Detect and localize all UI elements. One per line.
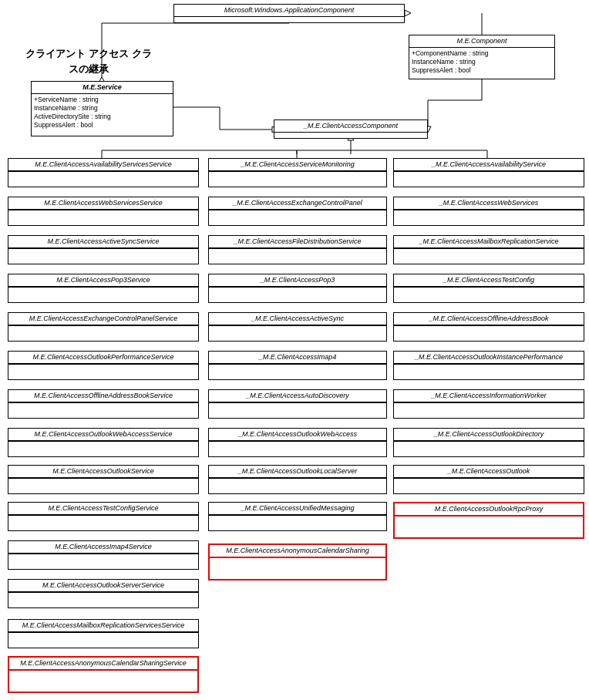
c2r3-box: _M.E.ClientAccessFileDistributionService <box>208 235 387 264</box>
diagram-title: クライアント アクセス クラスの継承 <box>23 46 154 76</box>
c2r11-box: M.E.ClientAccessAnonymousCalendarSharing <box>208 544 387 581</box>
c1r11-box: M.E.ClientAccessImap4Service <box>8 540 199 570</box>
c3r2-box: _M.E.ClientAccessWebServices <box>393 197 584 226</box>
c2r7-box: _M.E.ClientAccessAutoDiscovery <box>208 389 387 419</box>
c2r1-box: _M.E.ClientAccessServiceMonitoring <box>208 158 387 187</box>
c1r10-box: M.E.ClientAccessTestConfigService <box>8 502 199 531</box>
c3r10-box: M.E.ClientAccessOutlookRpcProxy <box>393 502 584 539</box>
c3r4-box: _M.E.ClientAccessTestConfig <box>393 274 584 303</box>
c3r7-box: _M.E.ClientAccessInformationWorker <box>393 389 584 419</box>
c3r6-box: _M.E.ClientAccessOutlookInstancePerforma… <box>393 351 584 380</box>
c1r12-box: M.E.ClientAccessOutlookServerService <box>8 579 199 608</box>
c1r8-box: M.E.ClientAccessOutlookWebAccessService <box>8 428 199 457</box>
c2r8-box: _M.E.ClientAccessOutlookWebAccess <box>208 428 387 457</box>
me-client-access-component-box: _M.E.ClientAccessComponent <box>274 119 428 139</box>
c1r2-box: M.E.ClientAccessWebServicesService <box>8 197 199 226</box>
app-component-box: Microsoft.Windows.ApplicationComponent <box>173 4 405 23</box>
c2r2-box: _M.E.ClientAccessExchangeControlPanel <box>208 197 387 226</box>
c1r6-box: M.E.ClientAccessOutlookPerformanceServic… <box>8 351 199 380</box>
c3r8-box: _M.E.ClientAccessOutlookDirectory <box>393 428 584 457</box>
c3r1-box: _M.E.ClientAccessAvailabilityService <box>393 158 584 187</box>
me-service-box: M.E.Service +ServiceName : stringInstanc… <box>31 81 173 136</box>
c3r3-box: _M.E.ClientAccessMailboxReplicationServi… <box>393 235 584 264</box>
me-service-label: M.E.Service <box>32 82 173 94</box>
c1r4-box: M.E.ClientAccessPop3Service <box>8 274 199 303</box>
app-component-label: Microsoft.Windows.ApplicationComponent <box>174 5 404 17</box>
me-component-box: M.E.Component +ComponentName : stringIns… <box>409 35 555 79</box>
svg-marker-2 <box>405 10 411 16</box>
diagram-container: クライアント アクセス クラスの継承 <box>0 0 589 700</box>
c1r5-box: M.E.ClientAccessExchangeControlPanelServ… <box>8 312 199 342</box>
c3r9-box: _M.E.ClientAccessOutlook <box>393 465 584 494</box>
me-component-attrs: +ComponentName : stringInstanceName : st… <box>409 48 554 76</box>
c1r1-box: M.E.ClientAccessAvailabilityServicesServ… <box>8 158 199 187</box>
me-client-access-component-label: _M.E.ClientAccessComponent <box>274 120 427 133</box>
c3r5-box: _M.E.ClientAccessOfflineAddressBook <box>393 312 584 342</box>
c2r6-box: _M.E.ClientAccessImap4 <box>208 351 387 380</box>
me-component-label: M.E.Component <box>409 35 554 48</box>
c2r4-box: _M.E.ClientAccessPop3 <box>208 274 387 303</box>
c1r7-box: M.E.ClientAccessOfflineAddressBookServic… <box>8 389 199 419</box>
c1r13-box: M.E.ClientAccessMailboxReplicationServic… <box>8 619 199 648</box>
me-service-attrs: +ServiceName : stringInstanceName : stri… <box>32 94 173 131</box>
c1r3-box: M.E.ClientAccessActiveSyncService <box>8 235 199 264</box>
c2r10-box: _M.E.ClientAccessUnifiedMessaging <box>208 502 387 531</box>
c2r9-box: _M.E.ClientAccessOutlookLocalServer <box>208 465 387 494</box>
c1r9-box: M.E.ClientAccessOutlookService <box>8 465 199 494</box>
c1r14-box: M.E.ClientAccessAnonymousCalendarSharing… <box>8 656 199 693</box>
c2r5-box: _M.E.ClientAccessActiveSync <box>208 312 387 342</box>
